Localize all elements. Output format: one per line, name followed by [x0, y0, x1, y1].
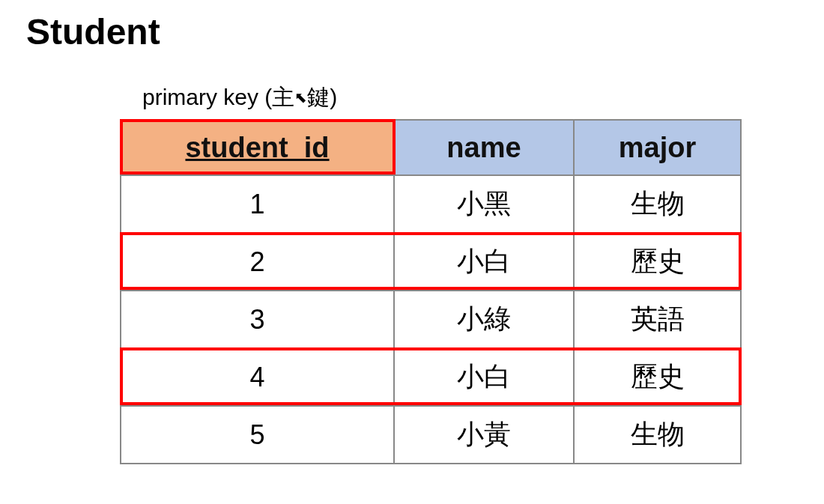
cell-name: 小黑 [394, 175, 574, 233]
pk-label-prefix: primary key (主 [142, 85, 294, 109]
header-name: name [394, 120, 574, 175]
table-row: 1 小黑 生物 [121, 175, 741, 233]
table-section: primary key (主⬉鍵) student_id name major … [120, 82, 798, 464]
cell-name: 小白 [394, 233, 574, 291]
cell-major: 英語 [574, 291, 741, 348]
cell-major: 生物 [574, 175, 741, 233]
pk-label-suffix: 鍵) [307, 85, 337, 109]
student-table: student_id name major 1 小黑 生物 2 小白 歷史 3 [120, 119, 742, 464]
cell-major: 生物 [574, 406, 741, 464]
cell-major: 歷史 [574, 348, 741, 406]
cell-id: 3 [121, 291, 394, 348]
student-table-container: student_id name major 1 小黑 生物 2 小白 歷史 3 [120, 119, 740, 464]
cell-major: 歷史 [574, 233, 741, 291]
table-row: 3 小綠 英語 [121, 291, 741, 348]
cell-name: 小白 [394, 348, 574, 406]
cell-id: 4 [121, 348, 394, 406]
page-title: Student [26, 11, 798, 52]
table-row: 5 小黃 生物 [121, 406, 741, 464]
table-row: 2 小白 歷史 [121, 233, 741, 291]
cell-id: 5 [121, 406, 394, 464]
cell-name: 小黃 [394, 406, 574, 464]
cell-id: 1 [121, 175, 394, 233]
cell-id: 2 [121, 233, 394, 291]
table-header-row: student_id name major [121, 120, 741, 175]
primary-key-label: primary key (主⬉鍵) [142, 82, 798, 113]
cursor-icon: ⬉ [294, 88, 307, 106]
table-row: 4 小白 歷史 [121, 348, 741, 406]
header-major: major [574, 120, 741, 175]
header-student-id: student_id [121, 120, 394, 175]
cell-name: 小綠 [394, 291, 574, 348]
